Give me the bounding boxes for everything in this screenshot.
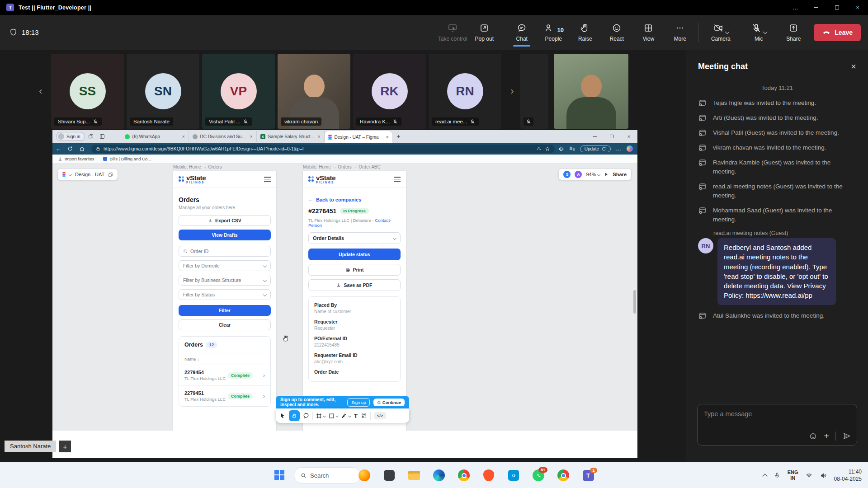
vscode-icon[interactable]: ‹› [506, 468, 521, 483]
teams-icon[interactable]: T 1 [581, 468, 595, 483]
participant-tile-partial[interactable] [520, 54, 548, 129]
zoom-control[interactable]: 94% [586, 172, 600, 177]
pop-out-button[interactable]: Pop out [468, 21, 500, 44]
order-detail-mobile-frame[interactable]: vStateFILINGS ← Back to companies #22764… [303, 171, 406, 431]
google-continue-button[interactable]: G Continue [373, 399, 405, 406]
home-icon[interactable] [76, 146, 88, 152]
figma-share-button[interactable]: Share [613, 172, 627, 177]
text-tool-icon[interactable]: T [354, 413, 358, 419]
read-aloud-icon[interactable] [536, 146, 542, 151]
new-tab-button[interactable]: + [392, 133, 405, 140]
favorite-star-icon[interactable] [545, 146, 550, 151]
mic-options-chevron-icon[interactable] [763, 30, 767, 34]
participant-tile-video[interactable] [554, 54, 628, 129]
clear-button[interactable]: Clear [179, 319, 271, 330]
column-header-name[interactable]: Name ↓ [179, 353, 270, 365]
figma-canvas[interactable]: Design - UAT S A 94% Share Mobile: Home … [52, 164, 637, 431]
dev-mode-toggle[interactable]: </> [374, 412, 386, 419]
shape-tool-chevron-icon[interactable] [335, 414, 339, 417]
attach-plus-icon[interactable]: + [824, 432, 829, 441]
more-button[interactable]: More [664, 21, 696, 44]
move-tool-icon[interactable] [279, 413, 286, 419]
order-row[interactable]: 2279454 TL Flex Holdings LLC Complete › [179, 365, 270, 385]
browser-tab-whatsapp[interactable]: (6) WhatsApp × [121, 131, 189, 142]
frame-tool-chevron-icon[interactable] [323, 414, 326, 417]
extensions-icon[interactable] [558, 146, 564, 152]
tray-expand-chevron-icon[interactable] [762, 474, 767, 479]
browser-tab-dc-divisions[interactable]: DC Divisions and Surroundings × [189, 131, 257, 142]
refresh-icon[interactable] [64, 146, 76, 151]
import-favorites-button[interactable]: Import favorites [58, 156, 94, 161]
tab-close-icon[interactable]: × [386, 135, 389, 140]
duplicate-icon[interactable] [108, 172, 113, 177]
send-icon[interactable] [842, 432, 851, 441]
frame-label[interactable]: Mobile: Home → Orders → Order ABC [303, 164, 381, 169]
browser-tab-figma-active[interactable]: Design - UAT – Figma × [325, 131, 392, 143]
row-chevron-icon[interactable]: › [263, 393, 265, 399]
participant-tile[interactable]: RK Ravindra K... [353, 54, 426, 129]
zoom-plus-overlay[interactable]: + [59, 441, 71, 452]
collaborator-avatar[interactable]: S [563, 171, 571, 178]
back-to-companies-link[interactable]: ← Back to companies [308, 197, 401, 202]
url-field[interactable]: https://www.figma.com/design/9BKQ0FOHRWa… [91, 145, 555, 153]
titlebar-more-icon[interactable]: … [785, 0, 806, 15]
export-csv-button[interactable]: Export CSV [179, 215, 271, 226]
tray-mic-icon[interactable] [774, 472, 781, 479]
canvas-scrollbar[interactable] [633, 290, 636, 314]
figma-doc-chip[interactable]: Design - UAT [58, 169, 118, 180]
components-tool-icon[interactable] [361, 413, 367, 419]
update-status-button[interactable]: Update status [308, 249, 401, 260]
chrome-profile-icon[interactable] [556, 468, 571, 483]
frame-label[interactable]: Mobile: Home → Orders [173, 164, 222, 169]
raise-hand-button[interactable]: Raise [569, 21, 601, 44]
scroll-right-chevron-icon[interactable]: › [505, 54, 520, 129]
pen-tool-chevron-icon[interactable] [348, 414, 351, 417]
order-id-search-input[interactable]: Order ID [179, 246, 271, 257]
participant-tile[interactable]: RN read.ai mee... [429, 54, 501, 129]
tab-close-icon[interactable]: × [182, 134, 185, 139]
scroll-left-chevron-icon[interactable]: ‹ [34, 54, 47, 129]
participant-tile[interactable]: VP Vishal Patil ... [202, 54, 275, 129]
start-button[interactable] [274, 470, 284, 480]
firefox-icon[interactable] [357, 468, 372, 483]
signup-button[interactable]: Sign up [347, 398, 370, 407]
orders-mobile-frame[interactable]: vStateFILINGS Orders Manage all your ord… [173, 171, 276, 431]
browser-minimize-button[interactable] [586, 130, 603, 143]
mic-button[interactable]: Mic [740, 21, 778, 44]
filter-status-dropdown[interactable]: Filter by Status [179, 289, 271, 300]
camera-button[interactable]: Camera [702, 21, 740, 44]
view-drafts-button[interactable]: View Drafts [179, 230, 271, 240]
browser-menu-icon[interactable]: … [616, 145, 622, 152]
participant-tile-video[interactable]: vikram chavan [278, 54, 350, 129]
close-button[interactable]: × [847, 0, 868, 15]
row-chevron-icon[interactable]: › [263, 372, 265, 379]
vertical-tabs-icon[interactable] [97, 134, 108, 139]
order-details-dropdown[interactable]: Order Details [308, 232, 401, 244]
participant-tile[interactable]: SS Shivani Sup... [51, 54, 124, 129]
people-button[interactable]: 10 People [538, 21, 569, 44]
browser-close-button[interactable]: × [620, 130, 637, 143]
message-input[interactable]: Type a message + [697, 404, 857, 446]
chat-close-icon[interactable]: × [851, 61, 856, 72]
back-icon[interactable]: ← [52, 145, 64, 152]
whatsapp-icon[interactable]: 81 [531, 468, 546, 483]
browser-maximize-button[interactable] [603, 130, 620, 143]
chat-message[interactable]: RN Redberyl and Santosh added read.ai me… [686, 238, 868, 305]
leave-button[interactable]: Leave [814, 24, 861, 41]
browser-tab-excel[interactable]: X Sample Salary Structure with calc × [257, 131, 325, 142]
filter-business-structure-dropdown[interactable]: Filter by Business Structure [179, 275, 271, 286]
hamburger-menu-icon[interactable] [394, 177, 401, 182]
frame-tool-icon[interactable] [316, 413, 326, 419]
browser-update-button[interactable]: Update [580, 145, 611, 152]
edge-icon[interactable] [432, 468, 446, 483]
copilot-icon[interactable] [627, 145, 633, 152]
wifi-icon[interactable] [805, 472, 813, 479]
print-button[interactable]: Print [308, 264, 401, 276]
chrome-icon[interactable] [457, 468, 471, 483]
chat-button[interactable]: Chat [506, 21, 538, 44]
brave-icon[interactable] [481, 468, 496, 483]
filter-domicile-dropdown[interactable]: Filter by Domicile [179, 260, 271, 271]
file-explorer-icon[interactable] [407, 468, 421, 483]
maximize-button[interactable] [826, 0, 847, 15]
tab-close-icon[interactable]: × [250, 134, 253, 139]
